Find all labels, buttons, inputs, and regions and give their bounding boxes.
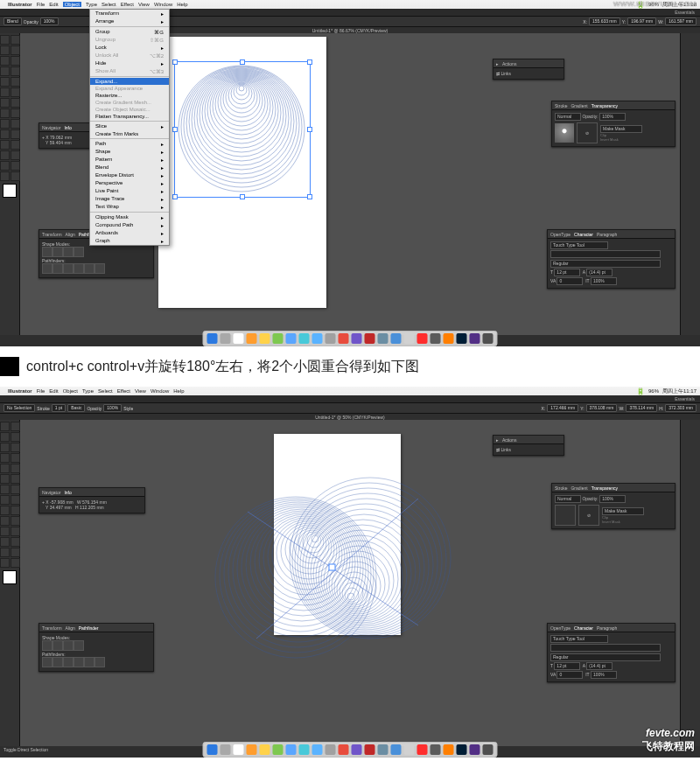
- pencil-tool[interactable]: [10, 464, 20, 473]
- artboard-tool[interactable]: [10, 150, 20, 160]
- dock-app-icon[interactable]: [352, 744, 362, 755]
- dock-app-icon[interactable]: [220, 333, 231, 344]
- navigator-tab[interactable]: Navigator: [42, 125, 60, 130]
- merge-btn[interactable]: [63, 657, 74, 667]
- kerning[interactable]: 0: [556, 277, 583, 285]
- y-val[interactable]: 196.97 mm: [627, 17, 656, 25]
- rotate-tool[interactable]: [10, 474, 20, 484]
- menu-item[interactable]: Shape▸: [90, 148, 169, 156]
- exclude-btn[interactable]: [74, 247, 84, 257]
- zoom-tool[interactable]: [0, 558, 10, 568]
- dock-app-icon[interactable]: [234, 333, 244, 344]
- h-val[interactable]: 372.303 mm: [665, 404, 696, 412]
- transform-tab[interactable]: Transform: [42, 625, 62, 631]
- symbol-sprayer-tool[interactable]: [10, 527, 20, 536]
- width-tool[interactable]: [10, 485, 20, 494]
- gradient-tool[interactable]: [0, 516, 10, 526]
- dock-app-icon[interactable]: [483, 333, 494, 344]
- dock-app-icon[interactable]: [457, 333, 467, 344]
- shape-builder-tool[interactable]: [10, 495, 20, 505]
- brush-tool[interactable]: [0, 464, 10, 473]
- mi-help[interactable]: Help: [173, 388, 184, 394]
- w-val[interactable]: 378.114 mm: [626, 404, 657, 412]
- actions-tab[interactable]: Actions: [502, 61, 516, 66]
- dock-app-icon[interactable]: [286, 333, 297, 344]
- free-transform-tool[interactable]: [0, 495, 10, 505]
- mac-dock[interactable]: [203, 331, 498, 346]
- magic-wand-tool[interactable]: [0, 45, 10, 55]
- leading[interactable]: (14.4) pt: [586, 269, 612, 276]
- selection-bbox[interactable]: [174, 61, 311, 198]
- blend-mode[interactable]: Normal: [555, 495, 581, 503]
- magic-wand-tool[interactable]: [0, 432, 10, 442]
- make-mask-button[interactable]: Make Mask: [602, 507, 644, 515]
- blend-tool[interactable]: [0, 140, 10, 150]
- menu-item[interactable]: Arrange▸: [90, 17, 169, 25]
- font-size[interactable]: 12 pt: [554, 662, 580, 670]
- menu-item[interactable]: Compound Path▸: [90, 221, 169, 229]
- transform-tab[interactable]: Transform: [42, 232, 62, 237]
- dock-app-icon[interactable]: [220, 744, 231, 755]
- gradient-tab[interactable]: Gradient: [570, 103, 587, 108]
- menu-item[interactable]: Pattern▸: [90, 156, 169, 164]
- slice-tool[interactable]: [0, 161, 10, 171]
- hscale[interactable]: 100%: [591, 277, 617, 285]
- transparency-tab[interactable]: Transparency: [592, 103, 618, 108]
- fill-stroke-swatch[interactable]: [3, 184, 17, 198]
- rect-tool[interactable]: [10, 453, 20, 463]
- outline-btn[interactable]: [84, 263, 94, 274]
- mac-dock[interactable]: [203, 742, 498, 758]
- divide-btn[interactable]: [42, 657, 52, 667]
- type-tool[interactable]: [10, 56, 20, 66]
- menu-item[interactable]: Hide▸: [90, 59, 169, 67]
- width-tool[interactable]: [10, 98, 20, 108]
- mi-type[interactable]: Type: [86, 2, 97, 7]
- menu-item[interactable]: Text Wrap▸: [90, 203, 169, 211]
- fill-stroke-swatch[interactable]: [3, 570, 17, 584]
- mi-window[interactable]: Window: [150, 388, 169, 394]
- dock-app-icon[interactable]: [247, 744, 257, 755]
- menu-item[interactable]: Rasterize...: [90, 92, 169, 99]
- paragraph-tab[interactable]: Paragraph: [597, 625, 617, 631]
- divide-btn[interactable]: [42, 263, 52, 274]
- menu-item[interactable]: Slice▸: [90, 122, 169, 130]
- menu-item[interactable]: Graph▸: [90, 237, 169, 245]
- font-size[interactable]: 12 pt: [554, 269, 580, 276]
- dock-app-icon[interactable]: [457, 744, 467, 755]
- unite-btn[interactable]: [42, 247, 52, 257]
- mi-select[interactable]: Select: [98, 388, 113, 394]
- menu-item[interactable]: Transform▸: [90, 10, 169, 17]
- menu-item[interactable]: Group⌘G: [90, 28, 169, 36]
- navigator-info-panel[interactable]: Navigator Info + X -57.908 mm W 576.154 …: [38, 487, 145, 513]
- hscale[interactable]: 100%: [591, 671, 617, 679]
- slice-tool[interactable]: [0, 548, 10, 557]
- rect-tool[interactable]: [10, 66, 20, 76]
- dock-app-icon[interactable]: [312, 333, 323, 344]
- links-tab[interactable]: Links: [500, 447, 511, 452]
- mi-view[interactable]: View: [135, 388, 146, 394]
- font-family[interactable]: [550, 250, 661, 258]
- dock-app-icon[interactable]: [286, 744, 297, 755]
- free-transform-tool[interactable]: [0, 108, 10, 118]
- tool-empty[interactable]: [10, 558, 20, 568]
- dock-app-icon[interactable]: [326, 333, 336, 344]
- dock-app-icon[interactable]: [352, 333, 362, 344]
- dock-app-icon[interactable]: [470, 333, 480, 344]
- selection-tool[interactable]: [0, 422, 10, 431]
- make-mask-button[interactable]: Make Mask: [600, 125, 642, 133]
- trim-btn[interactable]: [52, 263, 63, 274]
- invert-check[interactable]: Invert Mask: [602, 520, 672, 524]
- leading[interactable]: (14.4) pt: [586, 662, 612, 670]
- hand-tool[interactable]: [10, 161, 20, 171]
- opentype-tab[interactable]: OpenType: [550, 625, 570, 631]
- mi-view[interactable]: View: [138, 2, 150, 7]
- menu-item[interactable]: Live Paint▸: [90, 187, 169, 195]
- mask-thumb[interactable]: ⊘: [578, 505, 599, 526]
- dock-app-icon[interactable]: [247, 333, 257, 344]
- mi-window[interactable]: Window: [154, 2, 172, 7]
- dock-app-icon[interactable]: [404, 744, 415, 755]
- stroke-tab[interactable]: Stroke: [555, 485, 567, 491]
- mi-help[interactable]: Help: [177, 2, 187, 7]
- brush-tool[interactable]: [0, 77, 10, 87]
- dock-app-icon[interactable]: [430, 333, 441, 344]
